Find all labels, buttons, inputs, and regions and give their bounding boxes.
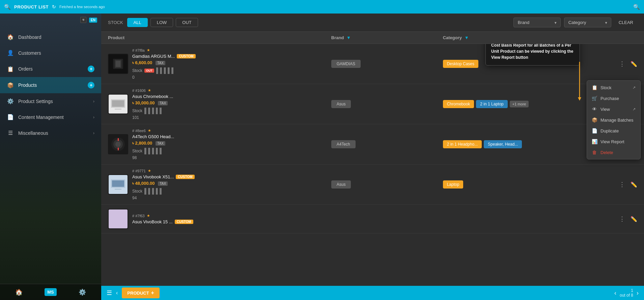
sidebar-item-miscellaneous[interactable]: ☰ Miscellaneous › xyxy=(0,125,101,141)
brand-tag: A4Tech xyxy=(331,140,356,148)
stock-btn-low[interactable]: LOW xyxy=(150,18,173,27)
star-icon[interactable]: ★ xyxy=(148,128,151,133)
product-stock: Stock ▌▌▌▌▌ xyxy=(132,108,173,114)
product-name: Asus VivoBook 15 ... xyxy=(132,219,173,224)
product-id: # #7f63 xyxy=(132,214,145,218)
context-menu-delete[interactable]: 🗑 Delete xyxy=(587,147,640,158)
product-name: Asus Vivobook X51... xyxy=(132,174,174,179)
sidebar-item-product-settings[interactable]: ⚙️ Product Settings › xyxy=(0,93,101,109)
tooltip-box: Cost Basis Report for all Batches of a P… xyxy=(485,44,580,66)
row-actions: ⋮ ✏️ xyxy=(610,179,637,190)
table-row: # #8ee6 ★ A4Tech G500 Head... ৳ 2,800.00… xyxy=(101,124,644,165)
products-add-icon[interactable]: + xyxy=(88,82,94,89)
product-meta: # #8ee6 ★ A4Tech G500 Head... ৳ 2,800.00… xyxy=(132,128,174,160)
context-menu-label: View Report xyxy=(600,139,624,144)
filter-right: Brand Category CLEAR xyxy=(513,18,637,27)
more-options-button[interactable]: ⋮ xyxy=(616,59,628,69)
prev-page-button[interactable]: ‹ xyxy=(614,290,616,297)
fetched-time: Fetched a few seconds ago xyxy=(59,5,105,9)
out-of-stock-badge: OUT xyxy=(144,69,154,73)
top-search-icon[interactable]: 🔍 xyxy=(633,4,640,10)
product-add-button[interactable]: PRODUCT + xyxy=(122,288,160,298)
brand-filter-icon[interactable]: ▼ xyxy=(346,35,351,40)
star-icon[interactable]: ★ xyxy=(148,169,151,173)
edit-button[interactable]: ✏️ xyxy=(631,181,637,188)
context-menu: 📋 Stock ↗ 🛒 Purchase 👁 View ↗ 📦 xyxy=(587,80,641,159)
tax-badge: TAX xyxy=(158,181,168,186)
table-row: # #7f63 ★ Asus VivoBook 15 ... CUSTOM ⋮ … xyxy=(101,205,644,233)
product-name: Gamdias ARGUS M... xyxy=(132,54,175,59)
sidebar-item-label: Product Settings xyxy=(18,99,89,104)
context-menu-purchase[interactable]: 🛒 Purchase xyxy=(587,93,640,104)
category-select[interactable]: Category xyxy=(564,18,611,27)
clear-button[interactable]: CLEAR xyxy=(615,18,637,27)
product-id: # #1606 xyxy=(132,89,146,93)
stock-btn-out[interactable]: OUT xyxy=(176,18,198,27)
hamburger-icon[interactable]: ☰ xyxy=(107,289,112,297)
star-icon[interactable]: ★ xyxy=(148,88,151,93)
custom-badge: CUSTOM xyxy=(177,54,195,58)
context-menu-view-report[interactable]: 📊 View Report xyxy=(587,136,640,147)
orders-add-icon[interactable]: + xyxy=(88,66,94,72)
sidebar-item-orders[interactable]: 📋 Orders + xyxy=(0,61,101,77)
product-thumbnail xyxy=(108,174,128,195)
table-row: # #9771 ★ Asus Vivobook X51... CUSTOM ৳ … xyxy=(101,165,644,205)
more-options-button[interactable]: ⋮ xyxy=(616,214,628,224)
product-meta: # #1606 ★ Asus Chromebook ... ৳ 30,000.0… xyxy=(132,88,173,120)
lang-bn[interactable]: বা xyxy=(80,17,86,23)
barcode-icon: ▌▌▌▌▌ xyxy=(144,148,164,154)
context-menu-manage-batches[interactable]: 📦 Manage Batches xyxy=(587,115,640,125)
context-menu-view[interactable]: 👁 View ↗ xyxy=(587,104,640,115)
stock-value: 98 xyxy=(132,155,174,160)
delete-menu-icon: 🗑 xyxy=(592,150,597,155)
context-menu-label: View xyxy=(600,106,610,111)
settings-bottom-icon[interactable]: ⚙️ xyxy=(79,289,86,296)
more-options-button[interactable]: ⋮ xyxy=(616,179,628,190)
star-icon[interactable]: ★ xyxy=(147,214,150,218)
product-info: # #9771 ★ Asus Vivobook X51... CUSTOM ৳ … xyxy=(108,169,331,200)
product-name: A4Tech G500 Head... xyxy=(132,134,174,139)
stock-value: 94 xyxy=(132,196,195,200)
svg-rect-14 xyxy=(118,148,119,150)
batches-menu-icon: 📦 xyxy=(592,117,597,123)
bottom-left: ☰ ‹ PRODUCT + xyxy=(107,288,160,298)
search-icon[interactable]: 🔍 xyxy=(4,4,11,10)
star-icon[interactable]: ★ xyxy=(147,48,150,52)
sidebar-item-dashboard[interactable]: 🏠 Dashboard xyxy=(0,29,101,45)
context-menu-label: Delete xyxy=(600,150,613,155)
product-price: ৳ 6,600.00 xyxy=(132,60,152,66)
brand-tag: Asus xyxy=(331,100,351,108)
sidebar-item-customers[interactable]: 👤 Customers xyxy=(0,45,101,61)
sidebar-item-products[interactable]: 📦 Products + xyxy=(0,77,101,93)
barcode-icon: ▌▌▌▌▌ xyxy=(144,188,164,194)
next-page-button[interactable]: › xyxy=(637,290,639,297)
lang-en[interactable]: EN xyxy=(89,18,97,23)
brand-select[interactable]: Brand xyxy=(513,18,561,27)
product-thumbnail xyxy=(108,134,128,154)
sidebar-item-content-management[interactable]: 📄 Content Management › xyxy=(0,109,101,125)
context-menu-label: Duplicate xyxy=(600,128,619,133)
category-filter-icon[interactable]: ▼ xyxy=(465,35,469,40)
product-id: # #7f8a xyxy=(132,48,145,52)
refresh-icon[interactable]: ↻ xyxy=(52,4,56,9)
row-actions: ⋮ ✏️ xyxy=(610,214,637,224)
home-icon: 🏠 xyxy=(7,34,14,40)
tax-badge: TAX xyxy=(156,61,165,65)
back-button[interactable]: ‹ xyxy=(116,290,118,296)
chevron-right-icon: › xyxy=(93,115,94,120)
chevron-right-icon: › xyxy=(93,131,94,135)
product-id: # #9771 xyxy=(132,169,146,173)
product-meta: # #7f63 ★ Asus VivoBook 15 ... CUSTOM xyxy=(132,214,193,224)
page-info: 1 out of 8 xyxy=(620,288,633,298)
context-menu-duplicate[interactable]: 📄 Duplicate xyxy=(587,125,640,136)
sidebar-nav: 🏠 Dashboard 👤 Customers 📋 Orders + 📦 Pro… xyxy=(0,26,101,284)
sidebar-item-label: Customers xyxy=(18,50,94,56)
edit-button[interactable]: ✏️ xyxy=(631,216,637,222)
context-menu-stock[interactable]: 📋 Stock ↗ xyxy=(587,82,640,93)
edit-button[interactable]: ✏️ xyxy=(631,61,637,67)
stock-btn-all[interactable]: ALL xyxy=(127,18,148,27)
bottom-right: ‹ 1 out of 8 › xyxy=(614,288,639,298)
home-bottom-icon[interactable]: 🏠 xyxy=(15,289,23,296)
category-cell: Chromebook 2 in 1 Laptop +1 more xyxy=(443,100,610,108)
barcode-icon: ▌▌▌▌▌ xyxy=(144,108,164,114)
